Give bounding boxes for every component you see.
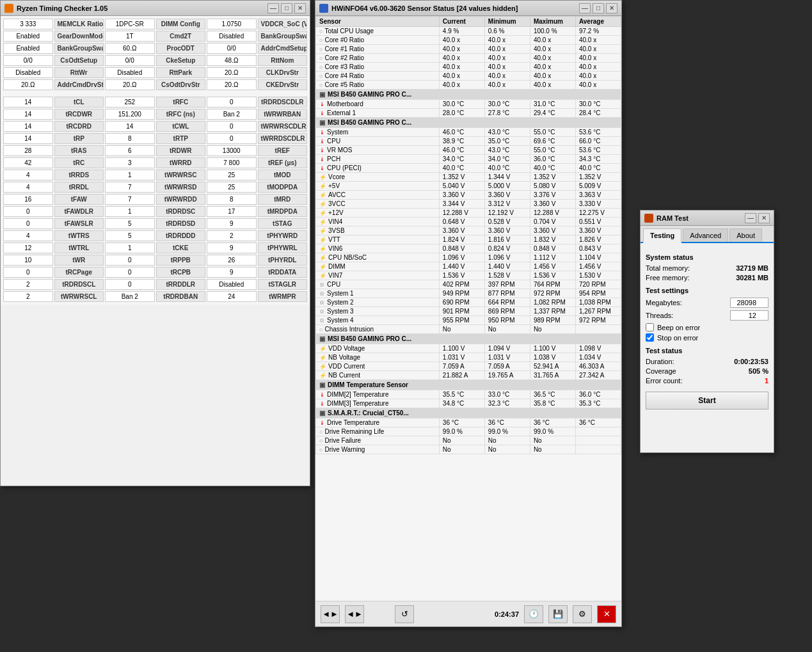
beep-checkbox[interactable] xyxy=(646,323,654,331)
ramtest-minimize-button[interactable]: — xyxy=(745,213,756,223)
ryzen-cell-r14-c3: tWRWRDD xyxy=(156,194,206,205)
sensor-avg-2: 40.0 x xyxy=(575,36,621,45)
ryzen-cell-r22-c1: tWRWRSCL xyxy=(54,291,104,302)
sensor-max-46: No xyxy=(530,436,575,445)
ryzen-cell-r4-c1: RttWr xyxy=(54,67,104,78)
table-row: ⚡3VCC3.344 V3.312 V3.360 V3.330 V xyxy=(316,200,621,209)
stop-checkbox[interactable] xyxy=(646,333,654,342)
sensor-current-15: 34.0 °C xyxy=(439,155,484,164)
threads-input[interactable] xyxy=(730,310,768,321)
table-row: 🌡CPU (PECI)40.0 °C40.0 °C40.0 °C40.0 °C xyxy=(316,164,621,173)
sensor-min-12: 43.0 °C xyxy=(484,128,530,137)
ryzen-cell-r20-c3: tRCPB xyxy=(156,267,206,278)
hwinfo-minimize-button[interactable]: — xyxy=(579,3,591,13)
table-row: ⛭System 3901 RPM869 RPM1,337 RPM1,267 RP… xyxy=(316,307,621,316)
sensor-max-17: 1.352 V xyxy=(530,173,575,182)
ryzen-cell-r8-c4: 0 xyxy=(207,121,257,132)
sensor-name-16: 🌡CPU (PECI) xyxy=(316,164,440,173)
hwinfo-nav-forward[interactable]: ◄► xyxy=(345,605,364,623)
ryzen-cell-r15-c4: 17 xyxy=(207,206,257,217)
ryzen-cell-r0-c5: VDDCR_SoC (V) xyxy=(258,19,308,29)
fan-icon: ⛭ xyxy=(319,308,325,315)
tab-testing[interactable]: Testing xyxy=(643,228,681,243)
sensor-min-30: 877 RPM xyxy=(484,289,530,298)
sensor-current-29: 402 RPM xyxy=(439,280,484,289)
ryzen-cell-r10-c3: tRDWR xyxy=(156,145,206,156)
sensor-current-22: 0.648 V xyxy=(439,218,484,227)
ryzen-cell-r16-c4: 9 xyxy=(207,218,257,229)
sensor-max-22: 0.704 V xyxy=(530,218,575,227)
table-row: 🌡System46.0 °C43.0 °C55.0 °C53.6 °C xyxy=(316,128,621,137)
table-row: ○Drive FailureNoNoNo xyxy=(316,436,621,445)
chip-icon: ▣ xyxy=(319,335,325,342)
table-row: ⚡+12V12.288 V12.192 V12.288 V12.275 V xyxy=(316,209,621,218)
coverage-row: Coverage 505 % xyxy=(646,367,768,375)
sensor-min-42: 32.3 °C xyxy=(484,399,530,408)
table-row: ⚡VIN60.848 V0.824 V0.848 V0.843 V xyxy=(316,244,621,253)
sensor-min-26: 1.096 V xyxy=(484,253,530,262)
ryzen-cell-r17-c0: 4 xyxy=(3,230,53,241)
sensor-current-1: 4.9 % xyxy=(439,27,484,36)
hwinfo-save-button[interactable]: 💾 xyxy=(548,605,568,623)
ryzen-cell-r9-c1: tRP xyxy=(54,133,104,144)
free-memory-value: 30281 MB xyxy=(736,274,768,282)
ryzen-cell-r22-c2: Ban 2 xyxy=(105,291,155,302)
sensor-current-12: 46.0 °C xyxy=(439,128,484,137)
ryzen-cell-r3-c2: 0/0 xyxy=(105,55,155,66)
sensor-max-12: 55.0 °C xyxy=(530,128,575,137)
ramtest-close-button[interactable]: ✕ xyxy=(758,213,770,223)
hwinfo-clock-button[interactable]: 🕐 xyxy=(524,605,543,623)
ryzen-cell-r2-c1: BankGroupSwapAlt xyxy=(54,43,104,54)
ryzen-cell-r6-c5: tRDRDSCDLR xyxy=(258,97,308,107)
ryzen-minimize-button[interactable]: — xyxy=(267,3,279,13)
ryzen-cell-r2-c5: AddrCmdSetup xyxy=(258,43,308,54)
hwinfo-settings-button[interactable]: ⚙ xyxy=(573,605,592,623)
sensor-max-41: 36.5 °C xyxy=(530,390,575,399)
circle-icon: ○ xyxy=(319,64,322,70)
ryzen-cell-r16-c1: tFAWSLR xyxy=(54,218,104,229)
ryzen-close-button[interactable]: ✕ xyxy=(294,3,306,13)
hwinfo-time: 0:24:37 xyxy=(495,610,519,618)
temp-icon: 🌡 xyxy=(319,101,325,107)
table-row: 🌡External 128.0 °C27.8 °C29.4 °C28.4 °C xyxy=(316,109,621,118)
sensor-current-9: 30.0 °C xyxy=(439,100,484,109)
col-sensor: Sensor xyxy=(316,17,440,27)
hwinfo-close-button[interactable]: ✕ xyxy=(606,3,617,13)
ryzen-cell-r1-c2: 1T xyxy=(105,31,155,42)
sensor-min-1: 0.6 % xyxy=(484,27,530,36)
sensor-min-10: 27.8 °C xyxy=(484,109,530,118)
ryzen-cell-r11-c2: 3 xyxy=(105,157,155,168)
hwinfo-close-footer-button[interactable]: ✕ xyxy=(597,605,616,623)
hwinfo-maximize-button[interactable]: □ xyxy=(593,3,604,13)
ryzen-cell-r8-c1: tRCDRD xyxy=(54,121,104,132)
table-row: ▣MSI B450 GAMING PRO C... xyxy=(316,118,621,128)
ramtest-window-controls: — ✕ xyxy=(745,213,770,223)
ryzen-cell-r2-c2: 60.Ω xyxy=(105,43,155,54)
sensor-current-4: 40.0 x xyxy=(439,54,484,63)
sensor-max-29: 764 RPM xyxy=(530,280,575,289)
sensor-max-9: 31.0 °C xyxy=(530,100,575,109)
sensor-avg-33: 972 RPM xyxy=(575,316,621,325)
sensor-current-13: 38.9 °C xyxy=(439,137,484,146)
sensor-name-10: 🌡External 1 xyxy=(316,109,440,118)
sensor-name-2: ○Core #0 Ratio xyxy=(316,36,440,45)
ryzen-cell-r20-c1: tRCPage xyxy=(54,267,104,278)
ryzen-cell-r3-c5: RttNom xyxy=(258,55,308,66)
tab-about[interactable]: About xyxy=(729,228,762,242)
coverage-label: Coverage xyxy=(646,367,676,375)
tab-advanced[interactable]: Advanced xyxy=(683,228,728,242)
circle-icon: ○ xyxy=(319,55,322,61)
duration-row: Duration: 0:00:23:53 xyxy=(646,358,768,365)
table-row: ⚡NB Current21.882 A19.765 A31.765 A27.34… xyxy=(316,371,621,380)
bolt-icon: ⚡ xyxy=(319,346,326,352)
ryzen-maximize-button[interactable]: □ xyxy=(281,3,292,13)
megabytes-input[interactable] xyxy=(730,298,768,308)
ryzen-content: 3 333MEMCLK Ratio1DPC-SRDIMM Config1.075… xyxy=(1,16,310,305)
hwinfo-nav-back[interactable]: ◄► xyxy=(321,605,340,623)
table-row: ▣S.M.A.R.T.: Crucial_CT50... xyxy=(316,408,621,418)
hwinfo-reset-button[interactable]: ↺ xyxy=(395,605,414,623)
ryzen-cell-r7-c1: tRCDWR xyxy=(54,109,104,120)
ryzen-cell-r8-c3: tCWL xyxy=(156,121,206,132)
threads-label: Threads: xyxy=(646,312,673,319)
start-button[interactable]: Start xyxy=(646,392,768,409)
